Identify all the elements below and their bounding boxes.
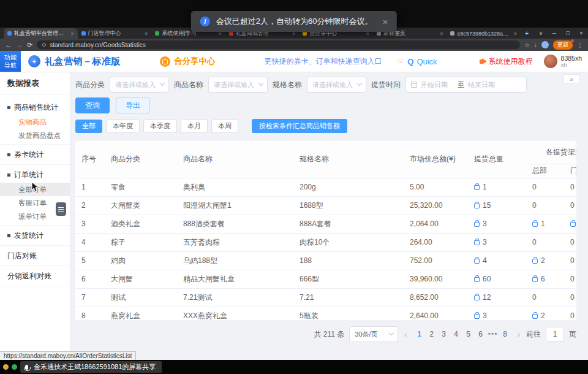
sidebar-subitem[interactable]: 发货商品盘点: [0, 129, 70, 142]
period-tab[interactable]: 本年度: [106, 120, 140, 133]
period-tab[interactable]: 全部: [75, 120, 102, 133]
page-number[interactable]: 3: [438, 330, 450, 338]
tab-search-icon[interactable]: ∨: [534, 28, 548, 39]
download-icon[interactable]: ↓: [534, 42, 537, 48]
reload-icon[interactable]: ⟳: [27, 42, 32, 48]
profile-avatar-icon[interactable]: [541, 41, 549, 48]
bookmark-star-icon[interactable]: ☆: [524, 42, 530, 48]
total-count: 共 211 条: [314, 329, 345, 340]
sidebar-item[interactable]: 券卡统计: [0, 147, 70, 162]
panel-collapse-button[interactable]: »: [564, 74, 579, 84]
function-nav-toggle[interactable]: 功能 导航: [0, 51, 21, 72]
quick-tip-text: 更快捷的券卡、订单和快递查询入口: [265, 56, 382, 67]
pickup-bag-icon: [532, 259, 538, 264]
tab-close-icon[interactable]: ×: [70, 31, 74, 37]
browser-tab[interactable]: e8c573980b1328a258fd2e6f×: [447, 28, 521, 39]
share-center-link[interactable]: 合分享中心: [160, 56, 216, 67]
spec-name-select[interactable]: [307, 77, 366, 93]
cell-hq: 6: [526, 270, 564, 288]
goto-page-input[interactable]: [546, 327, 564, 342]
sidebar-item[interactable]: 发货统计: [0, 227, 70, 243]
page-number[interactable]: 6: [475, 330, 487, 338]
bullet-icon: [7, 106, 10, 109]
cell-name: 奥利奥: [177, 178, 293, 196]
status-link: https://standard.maboy.cn/AllOrderStatis…: [0, 351, 136, 360]
page-number[interactable]: 2: [426, 330, 438, 338]
site-info-icon[interactable]: [42, 43, 46, 47]
address-bar[interactable]: standard.maboy.cn/GoodsStatistics: [37, 40, 520, 49]
tab-close-icon[interactable]: ×: [514, 31, 517, 37]
product-name-select[interactable]: [208, 77, 268, 93]
prev-page-button[interactable]: ‹: [403, 330, 408, 339]
sidebar-item[interactable]: 门店对账: [0, 248, 70, 264]
back-icon[interactable]: ←: [5, 42, 12, 48]
status-dot-orange-icon: [3, 364, 9, 370]
page-number[interactable]: 4: [450, 330, 462, 338]
category-select-input[interactable]: [110, 77, 168, 92]
brand: ✦ 礼盒营销－标准版: [28, 55, 121, 67]
spec-name-select-input[interactable]: [307, 77, 366, 92]
toast-close-icon[interactable]: ×: [382, 17, 388, 27]
meeting-toast: i 会议已超过2人，自动转为60分钟限时会议。 ×: [191, 11, 397, 32]
cell-category: 大闸蟹: [105, 270, 177, 288]
cell-pickup: 3: [468, 233, 526, 251]
tutorial-link[interactable]: 系统使用教程: [480, 56, 533, 67]
new-tab-button[interactable]: +: [522, 28, 532, 38]
col-header-market-total: 市场价总额(¥): [404, 141, 468, 178]
period-tab[interactable]: 本周: [211, 120, 238, 133]
minimize-button[interactable]: ─: [548, 28, 561, 39]
menu-dots-icon[interactable]: ⋮: [577, 42, 583, 48]
search-button[interactable]: 查询: [75, 97, 110, 113]
end-date-input[interactable]: [468, 81, 501, 88]
sidebar-item-label: 商品销售统计: [14, 102, 58, 113]
browser-tab[interactable]: 礼盒营销平台管理中心×: [4, 28, 78, 39]
sidebar-subitem[interactable]: 实物商品: [0, 115, 70, 129]
tab-close-icon[interactable]: ×: [440, 31, 443, 37]
browser-update-button[interactable]: 更新: [553, 40, 573, 50]
sidebar-group: 门店对账: [0, 246, 70, 266]
cell-name: 7.21测试: [177, 288, 293, 307]
tab-favicon-icon: [229, 31, 233, 36]
cell-market-total: 5.00: [404, 178, 468, 196]
page-number[interactable]: 5: [462, 330, 475, 338]
sidebar-collapse-handle[interactable]: [56, 202, 66, 216]
cell-category: 燕窝礼盒: [105, 307, 177, 320]
user-info[interactable]: 8385xh xh: [544, 55, 582, 69]
cell-pickup: 3: [468, 215, 526, 233]
sidebar-item[interactable]: 订单统计: [0, 167, 70, 183]
export-button[interactable]: 导出: [116, 97, 150, 113]
sidebar-item[interactable]: 分销返利对账: [0, 268, 70, 284]
sidebar-subitem[interactable]: 全部订单: [0, 183, 70, 196]
cell-store: 0: [564, 270, 576, 288]
date-range-picker[interactable]: 至: [405, 77, 527, 93]
avatar[interactable]: [544, 55, 557, 68]
cell-pickup-value: 12: [483, 293, 491, 302]
col-header-name: 商品名称: [177, 141, 293, 178]
summary-button[interactable]: 按检索条件汇总商品销售额: [252, 119, 347, 133]
cell-pickup: 60: [468, 270, 526, 288]
period-tab[interactable]: 本季度: [143, 120, 177, 133]
filter-row: 商品分类 商品名称 规格名称 提货时间: [75, 77, 576, 93]
page-number[interactable]: 1: [413, 330, 426, 338]
period-tab[interactable]: 本月: [181, 120, 208, 133]
page-numbers: 123456•••8: [413, 330, 511, 338]
cell-market-total: 2,064.00: [404, 215, 468, 233]
browser-tab[interactable]: 门店管理中心×: [78, 28, 152, 39]
page-number[interactable]: 8: [499, 330, 511, 338]
toolbar-icons: ☆ ↓ 更新 ⋮: [524, 40, 583, 50]
product-name-select-input[interactable]: [209, 77, 267, 92]
sidebar-item-label: 券卡统计: [14, 150, 43, 160]
page-size-select[interactable]: 30条/页: [349, 326, 398, 342]
status-dot-green-icon: [12, 364, 17, 370]
category-select[interactable]: [110, 77, 169, 93]
tab-close-icon[interactable]: ×: [145, 31, 148, 37]
next-page-button[interactable]: ›: [516, 330, 521, 339]
forward-icon[interactable]: →: [16, 42, 23, 48]
cell-name: 阳澄湖大闸蟹1: [177, 196, 293, 215]
start-date-input[interactable]: [421, 81, 454, 88]
maximize-button[interactable]: □: [561, 28, 575, 39]
pickup-bag-icon: [474, 222, 480, 227]
quick-link[interactable]: ☞ Q Quick: [398, 57, 437, 66]
close-window-button[interactable]: ×: [575, 28, 588, 39]
sidebar-item[interactable]: 商品销售统计: [0, 99, 70, 115]
